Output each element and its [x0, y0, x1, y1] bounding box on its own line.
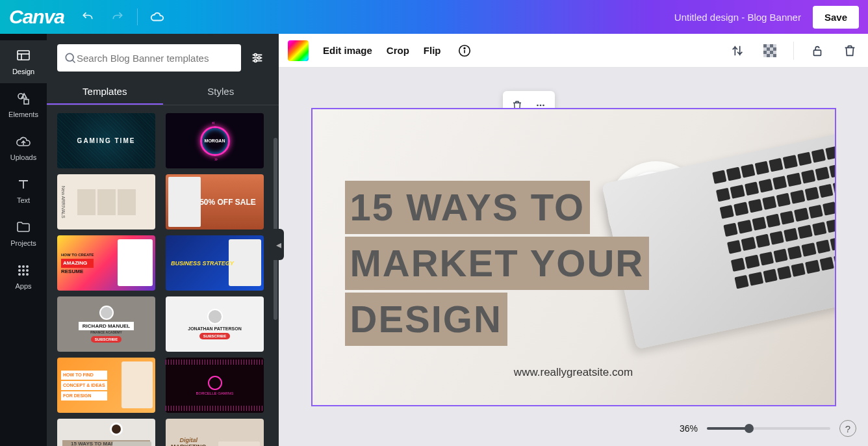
svg-point-11 — [18, 273, 21, 276]
apps-icon — [16, 263, 31, 278]
color-picker[interactable] — [288, 40, 309, 61]
rail-projects[interactable]: Projects — [0, 212, 47, 255]
rail-text[interactable]: Text — [0, 169, 47, 212]
svg-point-20 — [258, 57, 261, 59]
svg-point-13 — [26, 273, 29, 276]
rail-label: Elements — [8, 111, 38, 118]
rail-label: Apps — [15, 282, 31, 290]
template-grid: GAMING TIME «MORGAN» New ARRIVALS 50% OF… — [47, 105, 279, 446]
redo-button[interactable] — [107, 7, 128, 27]
tab-templates[interactable]: Templates — [47, 79, 163, 105]
template-thumb[interactable]: GAMING TIME — [57, 113, 155, 168]
save-button[interactable]: Save — [813, 6, 859, 29]
template-thumb[interactable]: New ARRIVALS — [57, 174, 155, 230]
tool-rail: Design Elements Uploads Text Projects Ap… — [0, 34, 47, 446]
rail-uploads[interactable]: Uploads — [0, 126, 47, 169]
svg-point-35 — [537, 105, 539, 107]
canvas[interactable]: 15 WAYS TO MARKET YOUR DESIGN www.really… — [279, 68, 868, 446]
template-thumb[interactable]: BORCELLE GAMING — [166, 358, 264, 413]
filter-button[interactable] — [246, 47, 268, 69]
design-selected[interactable]: 15 WAYS TO MARKET YOUR DESIGN www.really… — [313, 109, 835, 405]
delete-icon[interactable] — [841, 42, 859, 60]
svg-rect-30 — [763, 51, 767, 54]
search-input[interactable] — [77, 53, 235, 64]
template-thumb[interactable]: HOW TO FINDCONCEPT & IDEASFOR DESIGN — [57, 358, 155, 413]
template-thumb[interactable]: DigitalMARKETINGAGENCY — [166, 419, 264, 446]
url-text: www.reallygreatsite.com — [313, 366, 835, 379]
context-toolbar: Edit image Crop Flip — [279, 34, 868, 68]
svg-point-10 — [26, 269, 29, 272]
svg-point-9 — [22, 269, 25, 272]
svg-point-24 — [464, 47, 465, 49]
tab-styles[interactable]: Styles — [163, 79, 279, 105]
svg-rect-31 — [770, 51, 773, 54]
svg-point-8 — [18, 269, 21, 272]
svg-point-19 — [254, 54, 257, 57]
zoom-value: 36% — [680, 423, 698, 434]
headline-text: 15 WAYS TO MARKET YOUR DESIGN — [345, 181, 650, 348]
search-input-wrap[interactable] — [57, 44, 241, 72]
lock-icon[interactable] — [808, 42, 826, 60]
search-icon — [64, 51, 77, 64]
svg-point-21 — [254, 60, 257, 62]
cloud-sync-icon[interactable] — [147, 7, 168, 27]
template-thumb[interactable]: HOW TO CREATEAMAZINGRESUME — [57, 235, 155, 291]
divider — [137, 8, 138, 25]
undo-button[interactable] — [77, 7, 98, 27]
flip-button[interactable]: Flip — [424, 45, 441, 56]
edit-image-button[interactable]: Edit image — [323, 45, 372, 56]
transparency-icon[interactable] — [761, 42, 779, 60]
uploads-icon — [16, 134, 31, 150]
rail-elements[interactable]: Elements — [0, 83, 47, 126]
rail-apps[interactable]: Apps — [0, 255, 47, 298]
svg-rect-34 — [814, 50, 821, 55]
template-thumb[interactable]: RICHARD MANUELFINANCE ACADEMYSUBSCRIBE — [57, 296, 155, 352]
svg-line-15 — [73, 60, 75, 63]
crop-button[interactable]: Crop — [387, 45, 409, 56]
svg-point-36 — [539, 105, 541, 107]
svg-rect-26 — [763, 44, 767, 47]
svg-rect-33 — [773, 54, 776, 57]
text-icon — [16, 177, 31, 192]
info-icon[interactable] — [455, 42, 474, 60]
template-thumb[interactable]: JONATHAN PATTERSONSUBSCRIBE — [166, 296, 264, 352]
rail-label: Design — [12, 68, 34, 75]
template-thumb[interactable]: BUSINESS STRATEGY — [166, 235, 264, 291]
logo[interactable]: Canva — [9, 6, 64, 28]
position-icon[interactable] — [728, 42, 747, 60]
rail-design[interactable]: Design — [0, 40, 47, 83]
svg-point-12 — [22, 273, 25, 276]
panel-collapse-handle[interactable]: ◂ — [274, 229, 284, 260]
svg-point-7 — [26, 265, 29, 268]
svg-point-5 — [18, 265, 21, 268]
template-thumb[interactable]: «MORGAN» — [166, 113, 264, 168]
zoom-controls: 36% ? — [680, 420, 856, 437]
projects-icon — [16, 220, 31, 235]
svg-rect-29 — [773, 47, 776, 51]
svg-point-6 — [22, 265, 25, 268]
rail-label: Uploads — [10, 153, 36, 161]
help-button[interactable]: ? — [839, 420, 856, 437]
rail-label: Text — [17, 196, 30, 204]
template-thumb[interactable]: 50% OFF SALE — [166, 174, 264, 230]
template-thumb[interactable]: 15 WAYS TO MARKET YOUR DESIGN — [57, 419, 155, 446]
svg-rect-27 — [770, 44, 773, 47]
svg-point-37 — [542, 105, 544, 107]
divider — [793, 42, 794, 60]
side-panel: Templates Styles GAMING TIME «MORGAN» Ne… — [47, 34, 279, 446]
rail-label: Projects — [10, 239, 36, 247]
elements-icon — [16, 91, 31, 107]
svg-rect-32 — [767, 54, 770, 57]
document-title[interactable]: Untitled design - Blog Banner — [674, 12, 801, 23]
zoom-slider[interactable] — [707, 427, 830, 430]
svg-point-14 — [66, 53, 73, 61]
design-icon — [16, 48, 31, 64]
svg-rect-4 — [24, 99, 29, 104]
svg-rect-0 — [18, 51, 29, 60]
svg-rect-28 — [767, 47, 770, 51]
